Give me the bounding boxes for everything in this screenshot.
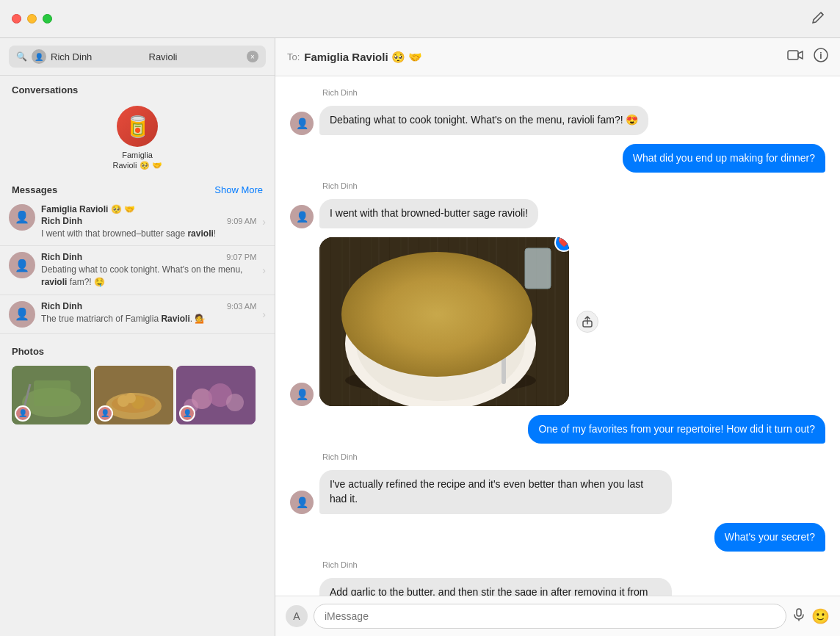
message-from-3: Rich Dinh [41, 301, 82, 311]
image-message-4: ❤️ [319, 237, 569, 406]
compose-button[interactable] [809, 7, 828, 30]
message-bubble-7: What's your secret? [714, 523, 825, 552]
maximize-button[interactable] [43, 14, 52, 24]
svg-point-26 [356, 286, 525, 401]
svg-point-9 [126, 393, 136, 403]
message-content-3: Rich Dinh 9:03 AM The true matriarch of … [41, 301, 256, 325]
chat-area: To: Famiglia Ravioli 🥺 🤝 i [275, 38, 840, 636]
svg-rect-2 [34, 380, 70, 406]
message-row-5: One of my favorites from your repertoire… [290, 415, 825, 444]
message-bubble-3: I went with that browned-butter sage rav… [319, 199, 538, 228]
sender-label-3: Rich Dinh [290, 181, 825, 190]
audio-button[interactable] [792, 608, 805, 625]
message-result-3[interactable]: 👤 Rich Dinh 9:03 AM The true matriarch o… [0, 295, 275, 334]
chat-header-icons: i [787, 48, 828, 66]
message-avatar-1: 👤 [9, 204, 35, 231]
svg-point-35 [412, 305, 441, 323]
message-row-6: 👤 I've actually refined the recipe and i… [290, 470, 825, 513]
conversation-name: FamigliaRavioli 🥺 🤝 [112, 150, 162, 171]
photos-section-title: Photos [12, 340, 263, 361]
sidebar: 🔍 👤 Rich Dinh Ravioli × Conversations 🥫 … [0, 38, 275, 636]
svg-rect-15 [788, 51, 798, 59]
message-preview-1: I went with that browned–butter sage rav… [41, 228, 256, 240]
chevron-icon-3: › [262, 308, 266, 320]
emoji-button[interactable]: 🙂 [811, 607, 830, 625]
message-input[interactable] [314, 604, 786, 629]
photo-avatar-2: 👤 [97, 405, 113, 422]
svg-text:i: i [819, 51, 822, 61]
svg-rect-45 [797, 609, 801, 616]
svg-point-37 [397, 353, 418, 364]
message-result-1[interactable]: 👤 Famiglia Ravioli 🥺 🤝 Rich Dinh 9:09 AM… [0, 198, 275, 247]
conversation-item-famiglia[interactable]: 🥫 FamigliaRavioli 🥺 🤝 [0, 100, 275, 177]
video-call-icon[interactable] [787, 49, 803, 65]
message-row-3: 👤 I went with that browned-butter sage r… [290, 199, 825, 228]
message-avatar-2: 👤 [9, 252, 35, 278]
svg-rect-28 [438, 317, 469, 340]
share-button[interactable] [576, 311, 598, 333]
minimize-button[interactable] [27, 14, 37, 24]
sidebar-content: Conversations 🥫 FamigliaRavioli 🥺 🤝 Mess… [0, 76, 275, 636]
message-bubble-6: I've actually refined the recipe and it'… [319, 470, 672, 513]
search-contact: Rich Dinh [51, 51, 145, 62]
message-row-1: 👤 Debating what to cook tonight. What's … [290, 106, 825, 135]
message-subheader-2: Rich Dinh 9:07 PM [41, 252, 256, 262]
input-bar: A 🙂 [275, 596, 840, 636]
conversations-section-title: Conversations [0, 76, 275, 100]
message-content-2: Rich Dinh 9:07 PM Debating what to cook … [41, 252, 256, 289]
sender-label-1: Rich Dinh [290, 88, 825, 97]
close-button[interactable] [12, 14, 21, 24]
message-result-2[interactable]: 👤 Rich Dinh 9:07 PM Debating what to coo… [0, 246, 275, 295]
message-from-1: Rich Dinh [41, 216, 82, 226]
photos-section: Photos 👤 [0, 334, 275, 430]
title-bar [0, 0, 840, 38]
svg-rect-39 [496, 281, 497, 311]
chat-avatar-3: 👤 [290, 205, 314, 228]
photo-thumb-2[interactable]: 👤 [94, 366, 173, 424]
svg-rect-38 [502, 281, 506, 384]
search-input-container[interactable]: 🔍 👤 Rich Dinh Ravioli × [9, 46, 266, 68]
message-group-1: Famiglia Ravioli 🥺 🤝 [41, 204, 135, 214]
svg-rect-42 [507, 281, 509, 311]
svg-rect-41 [504, 281, 506, 311]
message-preview-2: Debating what to cook tonight. What's on… [41, 264, 256, 289]
show-more-button[interactable]: Show More [214, 184, 263, 195]
photo-avatar-3: 👤 [179, 405, 195, 422]
messages-section-title: Messages [12, 184, 57, 195]
message-row-2: What did you end up making for dinner? [290, 144, 825, 173]
chat-avatar-1: 👤 [290, 112, 314, 135]
to-label: To: [287, 51, 300, 62]
photo-thumb-1[interactable]: 👤 [12, 366, 91, 424]
chevron-icon-2: › [262, 264, 266, 276]
message-row-8: 👤 Add garlic to the butter, and then sti… [290, 578, 825, 596]
svg-rect-27 [400, 318, 431, 342]
messages-section-header: Messages Show More [0, 177, 275, 198]
message-time-1: 9:09 AM [227, 217, 256, 225]
svg-point-13 [226, 394, 244, 411]
sender-label-8: Rich Dinh [290, 560, 825, 569]
photo-avatar-1: 👤 [15, 405, 31, 422]
svg-point-34 [385, 328, 474, 364]
search-clear-button[interactable]: × [247, 51, 258, 62]
svg-rect-40 [499, 281, 500, 311]
message-avatar-3: 👤 [9, 301, 35, 328]
ravioli-image[interactable]: ❤️ [319, 237, 569, 406]
message-from-2: Rich Dinh [41, 252, 82, 262]
app-store-button[interactable]: A [286, 605, 308, 627]
search-bar: 🔍 👤 Rich Dinh Ravioli × [0, 38, 275, 76]
message-bubble-2: What did you end up making for dinner? [623, 144, 825, 173]
chevron-icon-1: › [262, 216, 266, 228]
message-row-4: 👤 [290, 237, 825, 406]
sender-label-6: Rich Dinh [290, 452, 825, 461]
message-content-1: Famiglia Ravioli 🥺 🤝 Rich Dinh 9:09 AM I… [41, 204, 256, 240]
info-icon[interactable]: i [814, 48, 828, 66]
conversation-avatar: 🥫 [117, 106, 158, 147]
message-row-7: What's your secret? [290, 523, 825, 552]
message-bubble-5: One of my favorites from your repertoire… [528, 415, 825, 444]
message-preview-3: The true matriarch of Famiglia Ravioli. … [41, 313, 256, 325]
photo-thumb-3[interactable]: 👤 [176, 366, 256, 424]
message-time-3: 9:03 AM [227, 302, 256, 311]
messages-area: Rich Dinh 👤 Debating what to cook tonigh… [275, 76, 840, 596]
search-query: Ravioli [149, 51, 243, 62]
message-time-2: 9:07 PM [226, 253, 256, 261]
